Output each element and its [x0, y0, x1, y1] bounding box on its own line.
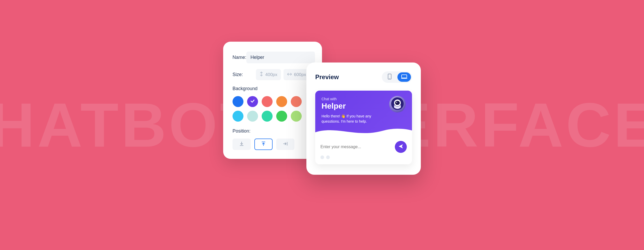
send-icon [398, 144, 403, 150]
typing-indicator [315, 155, 412, 164]
position-right-button[interactable] [276, 139, 294, 150]
chat-header: Chat with Helper Hello there! 👋 If you h… [315, 91, 412, 136]
chat-greeting-text: Hello there! 👋 If you have any quesstion… [321, 114, 373, 124]
svg-marker-11 [399, 145, 403, 148]
vertical-resize-icon [260, 72, 263, 78]
align-top-icon [261, 141, 266, 148]
horizontal-resize-icon [287, 72, 292, 77]
align-bottom-icon [239, 141, 244, 148]
preview-panel: Preview [306, 63, 421, 175]
position-top-button[interactable] [254, 139, 273, 150]
background-swatch-grid [233, 96, 313, 122]
preview-title: Preview [315, 73, 339, 81]
size-label: Size: [233, 72, 256, 77]
check-icon [250, 98, 255, 105]
color-swatch-7[interactable] [262, 111, 273, 122]
color-swatch-5[interactable] [233, 111, 243, 122]
background-label: Background [233, 86, 313, 91]
color-swatch-9[interactable] [291, 111, 302, 122]
device-toggle [382, 71, 412, 83]
position-bottom-button[interactable] [233, 139, 251, 150]
color-swatch-6[interactable] [247, 111, 258, 122]
chat-widget-preview: Chat with Helper Hello there! 👋 If you h… [315, 91, 412, 164]
svg-point-10 [396, 102, 397, 103]
device-desktop-button[interactable] [397, 72, 411, 82]
desktop-icon [401, 74, 407, 80]
name-input[interactable] [246, 52, 315, 63]
name-label: Name: [233, 55, 246, 60]
svg-rect-5 [402, 75, 407, 78]
device-mobile-button[interactable] [383, 72, 396, 82]
svg-point-9 [395, 101, 400, 105]
mobile-icon [388, 74, 391, 80]
color-swatch-0[interactable] [233, 96, 243, 107]
color-swatch-4[interactable] [291, 96, 302, 107]
color-swatch-2[interactable] [262, 96, 273, 107]
color-swatch-8[interactable] [276, 111, 287, 122]
align-right-icon [282, 141, 288, 148]
position-label: Position: [233, 128, 313, 134]
size-width-input[interactable]: 600px [284, 69, 310, 80]
wave-divider [315, 127, 412, 136]
size-height-input[interactable]: 400px [256, 69, 281, 80]
bot-avatar [389, 96, 406, 113]
dot-icon [320, 155, 324, 159]
chat-message-input[interactable] [320, 145, 391, 149]
send-button[interactable] [395, 141, 407, 153]
size-width-value: 600px [294, 72, 306, 77]
color-swatch-1[interactable] [247, 96, 258, 107]
dot-icon [326, 155, 330, 159]
size-height-value: 400px [265, 72, 277, 77]
svg-point-4 [389, 78, 390, 79]
color-swatch-3[interactable] [276, 96, 287, 107]
astronaut-icon [391, 97, 404, 111]
